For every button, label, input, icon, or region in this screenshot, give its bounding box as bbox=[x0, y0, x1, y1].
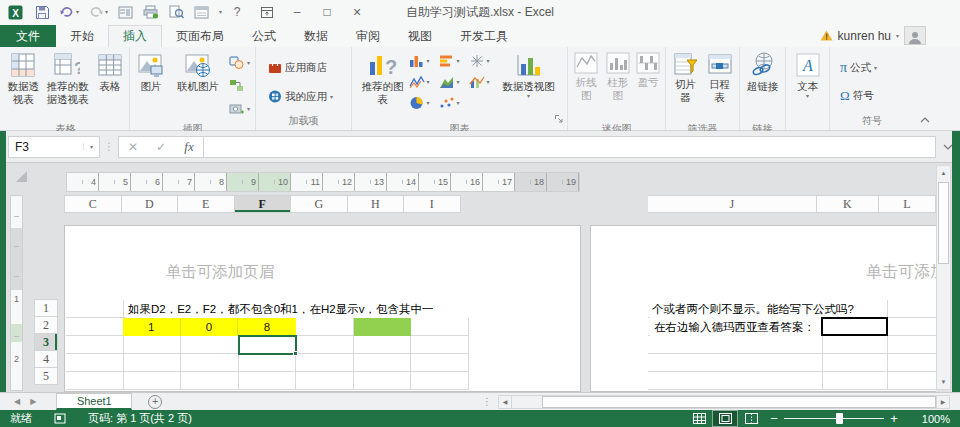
zoom-in-button[interactable]: + bbox=[884, 411, 904, 426]
account-area[interactable]: kunren hu ▾ bbox=[820, 26, 926, 45]
sparkline-win-loss-button[interactable]: 盈亏 bbox=[634, 50, 662, 122]
name-box[interactable]: F3 ▾ bbox=[8, 136, 100, 158]
cell-e2[interactable]: 0 bbox=[181, 318, 239, 336]
page-break-view-icon[interactable] bbox=[738, 410, 764, 427]
tabbar-splitter[interactable]: ⋮ bbox=[482, 396, 492, 407]
cell-h2-green[interactable] bbox=[354, 318, 411, 336]
page-layout-view-icon[interactable] bbox=[712, 410, 738, 427]
pivot-chart-button[interactable]: 数据透视图 ▾ bbox=[498, 50, 560, 122]
save-button[interactable] bbox=[35, 5, 50, 20]
cell-d2[interactable]: 1 bbox=[123, 318, 181, 336]
cell-k2-bordered[interactable] bbox=[821, 317, 888, 336]
cancel-button[interactable]: ✕ bbox=[119, 140, 147, 154]
insert-scatter-chart-button[interactable]: ▾ bbox=[437, 96, 467, 110]
column-header-f-selected[interactable]: F bbox=[234, 195, 292, 213]
column-header-d[interactable]: D bbox=[121, 195, 179, 213]
macro-record-icon[interactable] bbox=[54, 413, 66, 424]
vertical-scrollbar-thumb[interactable] bbox=[938, 182, 949, 264]
insert-column-chart-button[interactable]: ▾ bbox=[407, 54, 437, 68]
symbol-button[interactable]: Ω 符号 bbox=[838, 86, 876, 107]
sheet-nav-prev-icon[interactable]: ◀ bbox=[14, 397, 20, 406]
recommended-charts-button[interactable]: ? 推荐的图表 bbox=[360, 50, 406, 122]
smartart-button[interactable] bbox=[227, 75, 252, 96]
maximize-button[interactable]: □ bbox=[312, 0, 342, 24]
page-header-placeholder[interactable]: 单击可添加页眉 bbox=[110, 262, 330, 283]
redo-dropdown-icon[interactable]: ▾ bbox=[105, 9, 108, 15]
my-apps-button[interactable]: 我的应用 ▾ bbox=[266, 86, 335, 107]
insert-line-chart-button[interactable]: ▾ bbox=[407, 75, 437, 89]
screenshot-button[interactable]: ▾ bbox=[227, 98, 252, 119]
page-header-placeholder-right[interactable]: 单击可添加页眉 bbox=[866, 262, 936, 283]
touch-mode-icon[interactable] bbox=[118, 6, 133, 19]
insert-function-button[interactable]: fx bbox=[175, 139, 203, 155]
fill-handle[interactable] bbox=[293, 351, 298, 356]
account-dropdown-icon[interactable]: ▾ bbox=[896, 33, 899, 39]
pivot-table-button[interactable]: 数据透视表 bbox=[5, 50, 41, 122]
charts-dialog-launcher-icon[interactable] bbox=[554, 110, 564, 128]
scroll-down-icon[interactable]: ▼ bbox=[937, 375, 950, 389]
column-header-j[interactable]: J bbox=[648, 195, 817, 213]
equation-button[interactable]: π 公式 ▾ bbox=[838, 58, 879, 79]
new-sheet-icon[interactable]: + bbox=[148, 395, 162, 409]
hyperlink-button[interactable]: 超链接 bbox=[743, 50, 782, 122]
zoom-slider-thumb[interactable] bbox=[836, 413, 843, 424]
form-view-icon[interactable] bbox=[194, 6, 209, 19]
tab-insert[interactable]: 插入 bbox=[108, 25, 162, 47]
cell-f2[interactable]: 8 bbox=[238, 318, 296, 336]
cell-j2-text[interactable]: 在右边输入德玛西亚查看答案： bbox=[650, 318, 824, 336]
close-button[interactable]: × bbox=[342, 0, 372, 24]
ribbon-display-options-button[interactable] bbox=[252, 0, 282, 24]
store-button[interactable]: 应用商店 bbox=[266, 57, 329, 78]
scroll-right-icon[interactable]: ▶ bbox=[936, 396, 949, 408]
insert-pie-chart-button[interactable]: ▾ bbox=[407, 96, 437, 110]
tab-page-layout[interactable]: 页面布局 bbox=[162, 25, 238, 47]
insert-combo-chart-button[interactable]: ▾ bbox=[467, 75, 497, 89]
column-header-i[interactable]: I bbox=[403, 195, 461, 213]
print-preview-button[interactable] bbox=[169, 5, 184, 19]
recommended-pivot-tables-button[interactable]: ? 推荐的数据透视表 bbox=[42, 50, 92, 122]
shapes-button[interactable]: ▾ bbox=[227, 52, 252, 73]
print-button[interactable] bbox=[143, 5, 159, 19]
row-header-2[interactable]: 2 bbox=[34, 316, 58, 334]
vertical-scrollbar[interactable]: ▲ ▼ bbox=[936, 165, 951, 390]
redo-button[interactable]: ▾ bbox=[89, 6, 108, 18]
insert-area-chart-button[interactable]: ▾ bbox=[437, 75, 467, 89]
selected-cell-f3[interactable] bbox=[238, 335, 297, 355]
sparkline-column-button[interactable]: 柱形图 bbox=[603, 50, 634, 122]
formula-input[interactable] bbox=[204, 136, 936, 158]
cell-d1-text[interactable]: 如果D2，E2，F2，都不包含0和1，在H2显示v，包含其中一 bbox=[126, 300, 472, 318]
row-header-4[interactable]: 4 bbox=[34, 350, 58, 368]
help-button[interactable]: ? bbox=[222, 0, 252, 24]
minimize-button[interactable]: – bbox=[282, 0, 312, 24]
online-pictures-button[interactable]: 联机图片 bbox=[170, 50, 226, 122]
enter-button[interactable]: ✓ bbox=[147, 140, 175, 154]
undo-button[interactable]: ▾ bbox=[60, 6, 79, 18]
scroll-left-icon[interactable]: ◀ bbox=[499, 396, 512, 408]
column-header-c[interactable]: C bbox=[64, 195, 122, 213]
timeline-button[interactable]: 日程表 bbox=[703, 50, 736, 122]
slicer-button[interactable]: 切片器 bbox=[669, 50, 702, 122]
table-button[interactable]: 表格 bbox=[93, 50, 126, 122]
sparkline-line-button[interactable]: 折线图 bbox=[571, 50, 602, 122]
account-name[interactable]: kunren hu bbox=[838, 29, 891, 43]
column-header-k[interactable]: K bbox=[816, 195, 879, 213]
insert-stock-chart-button[interactable]: ▾ bbox=[467, 54, 497, 68]
scroll-up-icon[interactable]: ▲ bbox=[937, 166, 950, 180]
tab-home[interactable]: 开始 bbox=[56, 25, 108, 47]
select-all-icon[interactable] bbox=[16, 171, 27, 182]
column-header-l[interactable]: L bbox=[878, 195, 936, 213]
pictures-button[interactable]: 图片 bbox=[133, 50, 169, 122]
insert-bar-chart-button[interactable]: ▾ bbox=[437, 54, 467, 68]
horizontal-scrollbar-thumb[interactable] bbox=[542, 396, 936, 408]
tab-view[interactable]: 视图 bbox=[394, 25, 446, 47]
text-button[interactable]: A 文本 ▾ bbox=[790, 50, 826, 122]
cell-j1-text[interactable]: 个或者两个则不显示。能给写下公式吗? bbox=[650, 300, 872, 318]
undo-dropdown-icon[interactable]: ▾ bbox=[76, 9, 79, 15]
row-header-3-selected[interactable]: 3 bbox=[34, 333, 58, 351]
sheet-tab-sheet1[interactable]: Sheet1 bbox=[56, 393, 132, 410]
tab-developer[interactable]: 开发工具 bbox=[446, 25, 522, 47]
tab-review[interactable]: 审阅 bbox=[342, 25, 394, 47]
row-header-5[interactable]: 5 bbox=[34, 367, 58, 385]
zoom-out-button[interactable]: − bbox=[764, 411, 784, 426]
name-box-dropdown-icon[interactable]: ▾ bbox=[83, 143, 99, 150]
